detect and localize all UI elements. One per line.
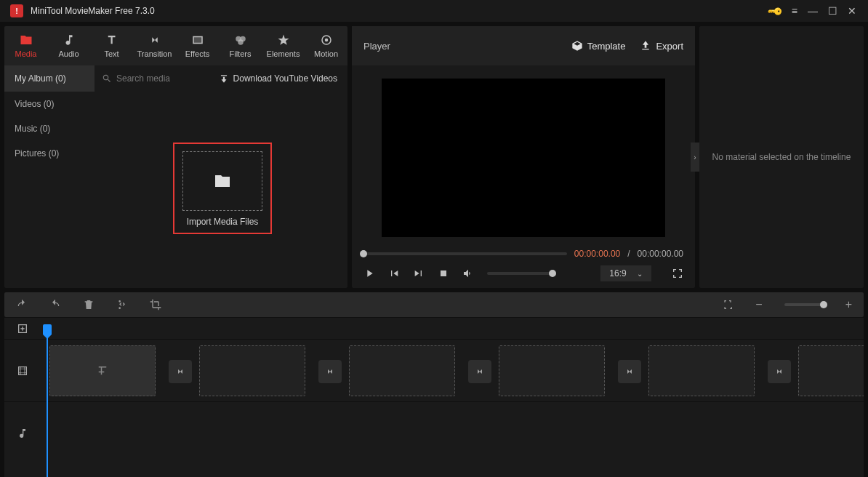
delete-button[interactable] — [83, 299, 95, 310]
folder-icon — [214, 172, 231, 190]
volume-slider[interactable] — [487, 272, 552, 275]
clip-slot[interactable] — [798, 345, 864, 396]
maximize-button[interactable]: ☐ — [828, 5, 837, 17]
cat-videos[interactable]: Videos (0) — [4, 92, 95, 116]
auto-fit-button[interactable] — [722, 299, 734, 310]
folder-icon — [20, 33, 33, 47]
text-icon — [105, 33, 118, 47]
main-tabs: Media Audio Text Transition Effects — [4, 26, 347, 65]
split-button[interactable] — [116, 299, 128, 310]
tab-audio[interactable]: Audio — [47, 26, 90, 65]
tab-label: Effects — [185, 49, 209, 58]
play-button[interactable] — [363, 268, 375, 279]
motion-icon — [320, 33, 333, 47]
clip-slot[interactable] — [648, 345, 755, 396]
chevron-down-icon: ⌄ — [637, 270, 643, 278]
crop-button[interactable] — [150, 299, 161, 310]
time-total: 00:00:00.00 — [638, 249, 683, 259]
export-button[interactable]: Export — [640, 40, 683, 52]
svg-point-2 — [238, 39, 244, 45]
transition-slot[interactable] — [169, 360, 192, 383]
transition-icon — [148, 33, 161, 47]
add-track-icon[interactable] — [17, 323, 28, 334]
transition-slot[interactable] — [618, 360, 641, 383]
progress-slider[interactable] — [363, 252, 567, 255]
effects-icon — [191, 33, 204, 47]
tab-label: Text — [104, 49, 118, 58]
tab-media[interactable]: Media — [4, 26, 47, 65]
stop-button[interactable] — [438, 268, 449, 279]
transition-icon — [325, 366, 335, 377]
clip-slot[interactable] — [199, 345, 305, 396]
upgrade-key-icon[interactable]: 🔑 — [767, 2, 784, 19]
template-button[interactable]: Template — [571, 40, 626, 52]
redo-button[interactable] — [49, 299, 61, 310]
aspect-ratio-select[interactable]: 16:9 ⌄ — [600, 265, 651, 281]
drop-zone[interactable] — [182, 151, 262, 211]
fullscreen-button[interactable] — [672, 268, 683, 279]
tab-elements[interactable]: Elements — [262, 26, 305, 65]
download-youtube-link[interactable]: Download YouTube Videos — [209, 73, 347, 84]
download-label: Download YouTube Videos — [233, 73, 337, 84]
zoom-in-button[interactable]: + — [845, 298, 852, 311]
tab-label: Media — [15, 49, 37, 58]
volume-icon[interactable] — [462, 268, 474, 279]
media-panel: Media Audio Text Transition Effects — [4, 26, 347, 288]
audio-track[interactable] — [41, 402, 864, 464]
import-media-box[interactable]: Import Media Files — [173, 143, 272, 234]
next-frame-button[interactable] — [413, 268, 425, 279]
filters-icon — [234, 33, 247, 47]
transition-slot[interactable] — [468, 360, 491, 383]
player-panel: Player Template Export 00:00:00.00 — [352, 26, 695, 288]
timeline-ruler[interactable] — [41, 318, 864, 339]
app-logo: ! — [10, 4, 23, 17]
tab-effects[interactable]: Effects — [176, 26, 219, 65]
time-current: 00:00:00.00 — [574, 249, 620, 259]
transition-icon — [624, 366, 635, 377]
import-label: Import Media Files — [187, 217, 259, 227]
app-title: MiniTool MovieMaker Free 7.3.0 — [31, 6, 155, 16]
title-bar: ! MiniTool MovieMaker Free 7.3.0 🔑 ≡ — ☐… — [0, 0, 868, 22]
tab-label: Motion — [314, 49, 338, 58]
tab-text[interactable]: Text — [90, 26, 133, 65]
download-icon — [219, 73, 229, 84]
music-note-icon — [63, 33, 76, 47]
transition-icon — [475, 366, 485, 377]
properties-panel: › No material selected on the timeline — [699, 26, 864, 288]
clip-slot[interactable] — [499, 345, 605, 396]
album-selector[interactable]: My Album (0) — [4, 65, 95, 92]
close-button[interactable]: ✕ — [848, 5, 856, 17]
transition-slot[interactable] — [768, 360, 791, 383]
video-canvas[interactable] — [382, 79, 665, 237]
tab-label: Elements — [267, 49, 300, 58]
export-label: Export — [656, 41, 683, 52]
tab-transition[interactable]: Transition — [133, 26, 176, 65]
star-icon — [277, 33, 290, 47]
prev-frame-button[interactable] — [388, 268, 400, 279]
zoom-out-button[interactable]: − — [755, 298, 762, 311]
transition-icon — [175, 366, 185, 377]
album-label: My Album (0) — [15, 73, 66, 84]
template-icon — [571, 40, 583, 52]
cat-pictures[interactable]: Pictures (0) — [4, 141, 95, 166]
transition-slot[interactable] — [318, 360, 342, 383]
search-icon — [102, 73, 112, 84]
video-preview-area — [352, 65, 695, 243]
video-track-icon — [17, 365, 28, 377]
hamburger-menu-icon[interactable]: ≡ — [792, 5, 797, 17]
undo-button[interactable] — [16, 299, 28, 310]
zoom-slider[interactable] — [784, 303, 824, 306]
collapse-properties-button[interactable]: › — [691, 143, 699, 172]
clip-slot[interactable] — [49, 345, 156, 396]
svg-rect-5 — [441, 270, 446, 276]
minimize-button[interactable]: — — [808, 5, 818, 17]
clip-slot[interactable] — [349, 345, 455, 396]
player-title: Player — [363, 41, 390, 52]
media-area: Import Media Files — [95, 92, 347, 288]
cat-music[interactable]: Music (0) — [4, 116, 95, 141]
search-input[interactable] — [116, 73, 189, 84]
video-track[interactable] — [41, 340, 864, 401]
time-separator: / — [627, 249, 630, 259]
tab-filters[interactable]: Filters — [219, 26, 262, 65]
tab-motion[interactable]: Motion — [305, 26, 347, 65]
